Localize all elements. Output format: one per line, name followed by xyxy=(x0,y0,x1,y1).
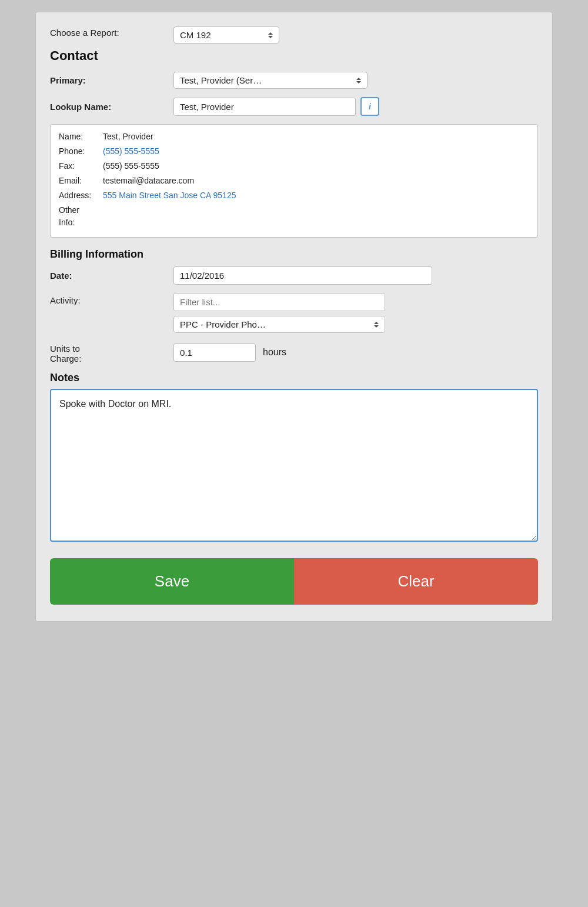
contact-fax-row: Fax: (555) 555-5555 xyxy=(59,160,529,172)
date-row: Date: xyxy=(50,266,538,285)
contact-name-label: Name: xyxy=(59,131,103,143)
units-label: Units toCharge: xyxy=(50,341,173,364)
activity-col: PPC - Provider Pho… xyxy=(173,293,385,333)
contact-other-label: OtherInfo: xyxy=(59,204,103,229)
contact-email-label: Email: xyxy=(59,175,103,187)
lookup-name-row: Lookup Name: i xyxy=(50,97,538,116)
form-container: Choose a Report: CM 192 Contact Primary:… xyxy=(35,12,553,622)
contact-email-row: Email: testemail@datacare.com xyxy=(59,175,529,187)
contact-address-value[interactable]: 555 Main Street San Jose CA 95125 xyxy=(103,189,236,202)
contact-section-title: Contact xyxy=(50,48,538,64)
units-suffix: hours xyxy=(263,347,286,358)
units-input[interactable] xyxy=(173,344,256,362)
choose-report-row: Choose a Report: CM 192 xyxy=(50,26,538,44)
info-button[interactable]: i xyxy=(360,97,379,116)
clear-button[interactable]: Clear xyxy=(294,558,538,605)
contact-fax-value: (555) 555-5555 xyxy=(103,160,159,172)
contact-name-row: Name: Test, Provider xyxy=(59,131,529,143)
date-label: Date: xyxy=(50,271,173,281)
primary-label: Primary: xyxy=(50,75,173,85)
save-button[interactable]: Save xyxy=(50,558,294,605)
contact-email-value: testemail@datacare.com xyxy=(103,175,194,187)
notes-label: Notes xyxy=(50,372,538,384)
date-input[interactable] xyxy=(173,266,432,285)
notes-textarea[interactable]: Spoke with Doctor on MRI. xyxy=(50,389,538,542)
report-select[interactable]: CM 192 xyxy=(173,26,279,44)
contact-other-row: OtherInfo: xyxy=(59,204,529,229)
contact-info-box: Name: Test, Provider Phone: (555) 555-55… xyxy=(50,124,538,238)
contact-fax-label: Fax: xyxy=(59,160,103,172)
activity-label: Activity: xyxy=(50,293,173,305)
button-row: Save Clear xyxy=(50,558,538,605)
contact-name-value: Test, Provider xyxy=(103,131,153,143)
choose-report-label: Choose a Report: xyxy=(50,26,173,39)
contact-address-row: Address: 555 Main Street San Jose CA 951… xyxy=(59,189,529,202)
filter-input[interactable] xyxy=(173,293,385,311)
primary-row: Primary: Test, Provider (Ser… xyxy=(50,72,538,89)
lookup-name-input[interactable] xyxy=(173,98,356,116)
contact-phone-row: Phone: (555) 555-5555 xyxy=(59,145,529,158)
units-row: Units toCharge: hours xyxy=(50,341,538,364)
contact-phone-value[interactable]: (555) 555-5555 xyxy=(103,145,159,158)
primary-select[interactable]: Test, Provider (Ser… xyxy=(173,72,368,89)
billing-section-title: Billing Information xyxy=(50,248,538,261)
contact-address-label: Address: xyxy=(59,189,103,202)
lookup-name-label: Lookup Name: xyxy=(50,102,173,112)
contact-phone-label: Phone: xyxy=(59,145,103,158)
activity-row: Activity: PPC - Provider Pho… xyxy=(50,293,538,333)
activity-select[interactable]: PPC - Provider Pho… xyxy=(173,316,385,333)
